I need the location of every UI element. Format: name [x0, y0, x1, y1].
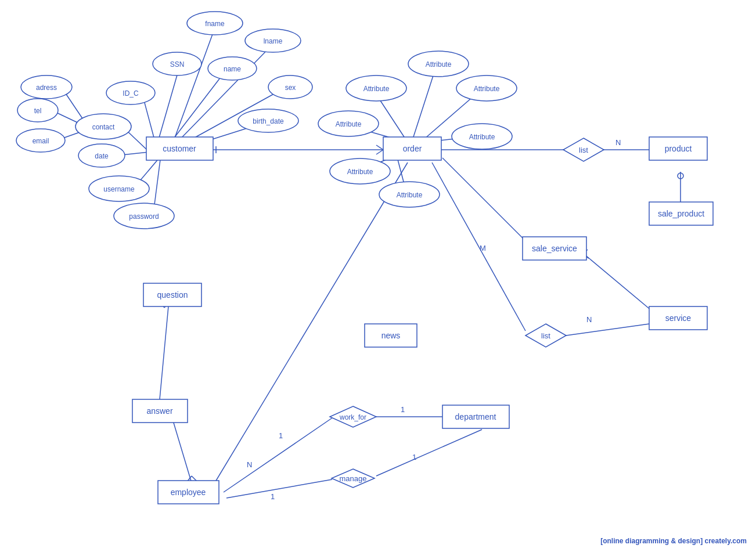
svg-line-35 [442, 158, 533, 248]
attr-fname-label: fname [205, 20, 225, 28]
attr-password-label: password [129, 212, 159, 221]
attr-adress-label: adress [36, 84, 57, 92]
entity-news-label: news [381, 331, 401, 340]
attr-contact-label: contact [92, 123, 115, 131]
watermark: [online diagramming & design] creately.c… [600, 537, 747, 545]
attr-order-4-label: Attribute [336, 120, 362, 128]
watermark-suffix: .com [730, 537, 747, 545]
svg-line-38 [584, 254, 655, 313]
svg-line-18 [412, 68, 435, 140]
svg-line-54 [173, 421, 192, 483]
svg-line-15 [376, 145, 383, 150]
attr-order-3-label: Attribute [363, 85, 390, 93]
relationship-list1-label: list [579, 146, 588, 154]
attr-ssn-label: SSN [170, 60, 185, 68]
watermark-prefix: [online diagramming & design] [600, 537, 703, 545]
entity-department-label: department [455, 412, 496, 421]
entity-sale-service-label: sale_service [532, 244, 577, 253]
svg-line-51 [160, 306, 168, 399]
attr-idc-label: ID_C [123, 89, 139, 98]
attr-lname-label: lname [264, 37, 283, 45]
attr-order-2-label: Attribute [474, 85, 500, 93]
attr-sex-label: sex [285, 84, 296, 92]
svg-line-10 [174, 28, 215, 139]
entity-sale-product-label: sale_product [658, 209, 704, 218]
attr-birthdate-label: birth_date [253, 117, 284, 125]
svg-text:N: N [247, 460, 252, 469]
attr-order-6-label: Attribute [347, 168, 373, 176]
svg-text:1: 1 [279, 431, 283, 440]
entity-order-label: order [403, 144, 422, 153]
er-diagram-svg: M N M N N 1 1 1 [0, 0, 756, 552]
attr-username-label: username [103, 185, 135, 193]
watermark-brand: creately [705, 537, 730, 545]
svg-line-9 [173, 70, 226, 139]
entity-answer-label: answer [146, 406, 172, 416]
relationship-work-for-label: work_for [339, 413, 366, 421]
entity-service-label: service [665, 313, 692, 323]
svg-line-43 [224, 417, 334, 492]
svg-text:1: 1 [271, 492, 275, 501]
attr-order-5-label: Attribute [469, 133, 495, 141]
relationship-manage-label: manage [340, 474, 367, 483]
svg-text:1: 1 [401, 405, 405, 414]
svg-line-8 [158, 65, 180, 142]
attr-order-7-label: Attribute [397, 191, 423, 199]
svg-text:N: N [615, 138, 621, 147]
entity-customer-label: customer [163, 144, 196, 153]
er-diagram-canvas: M N M N N 1 1 1 [0, 0, 756, 552]
entity-product-label: product [665, 144, 692, 153]
svg-line-49 [376, 430, 482, 476]
svg-line-33 [566, 324, 649, 335]
attr-name-label: name [224, 65, 241, 73]
attr-order-1-label: Attribute [426, 60, 452, 68]
relationship-list2-label: list [541, 331, 550, 340]
svg-text:N: N [586, 315, 592, 324]
entity-employee-label: employee [171, 488, 206, 497]
svg-line-47 [226, 479, 332, 498]
attr-tel-label: tel [34, 107, 42, 115]
svg-text:M: M [480, 244, 486, 252]
svg-line-16 [376, 150, 383, 154]
svg-line-31 [432, 163, 525, 331]
attr-date-label: date [95, 152, 109, 160]
svg-text:1: 1 [412, 453, 416, 461]
attr-email-label: email [33, 137, 49, 145]
entity-question-label: question [157, 290, 188, 300]
